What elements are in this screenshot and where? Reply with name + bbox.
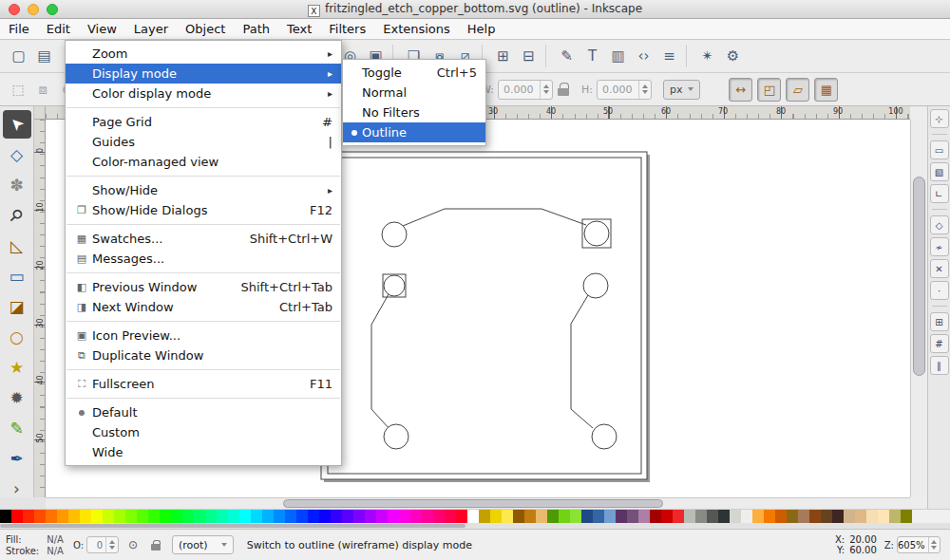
select-all-layers-button[interactable]: ⧈ bbox=[30, 77, 55, 102]
color-swatch[interactable] bbox=[684, 510, 695, 523]
color-swatch[interactable] bbox=[718, 510, 730, 523]
color-swatch[interactable] bbox=[0, 510, 11, 523]
color-swatch[interactable] bbox=[262, 510, 274, 523]
submenu-item-toggle[interactable]: ToggleCtrl+5 bbox=[343, 63, 485, 83]
color-swatch[interactable] bbox=[536, 510, 547, 523]
color-swatch[interactable] bbox=[433, 510, 445, 523]
menu-item-zoom[interactable]: Zoom▸ bbox=[66, 44, 341, 64]
color-swatch[interactable] bbox=[399, 510, 410, 523]
color-swatch[interactable] bbox=[524, 510, 536, 523]
ungroup-button[interactable]: ⊟ bbox=[516, 44, 542, 69]
color-swatch[interactable] bbox=[103, 510, 114, 523]
color-swatch[interactable] bbox=[251, 510, 262, 523]
layer-lock-icon[interactable] bbox=[147, 536, 164, 553]
color-swatch[interactable] bbox=[23, 510, 34, 523]
color-swatch[interactable] bbox=[547, 510, 559, 523]
color-swatch[interactable] bbox=[673, 510, 684, 523]
color-swatch[interactable] bbox=[296, 510, 308, 523]
menu-item-custom[interactable]: Custom bbox=[66, 422, 341, 442]
color-swatch[interactable] bbox=[319, 510, 331, 523]
fill-stroke-indicator[interactable]: Fill: N/A Stroke: N/A bbox=[6, 534, 64, 556]
select-all-button[interactable]: ⬚ bbox=[6, 77, 30, 102]
color-swatch[interactable] bbox=[91, 510, 103, 523]
color-swatch[interactable] bbox=[604, 510, 616, 523]
round-pad[interactable] bbox=[584, 221, 609, 246]
height-stepper[interactable] bbox=[638, 81, 651, 99]
menu-layer[interactable]: Layer bbox=[125, 19, 177, 39]
color-swatch[interactable] bbox=[593, 510, 604, 523]
color-swatch[interactable] bbox=[353, 510, 365, 523]
scale-rect-corners-toggle[interactable]: ◰ bbox=[757, 78, 781, 102]
menu-filters[interactable]: Filters bbox=[320, 19, 374, 39]
move-patterns-toggle[interactable]: ▦ bbox=[814, 78, 838, 102]
palette-scrollbar-thumb[interactable] bbox=[0, 524, 466, 528]
zoom-stepper[interactable] bbox=[928, 537, 940, 552]
selector-tool-button[interactable]: ➤ bbox=[3, 110, 31, 139]
pen-tool-button[interactable]: ✒ bbox=[3, 444, 31, 473]
menu-item-previous-window[interactable]: ◧Previous WindowShift+Ctrl+Tab bbox=[66, 277, 341, 297]
color-swatch[interactable] bbox=[730, 510, 741, 523]
document-properties-button[interactable]: ✴ bbox=[694, 44, 720, 69]
tweak-tool-button[interactable]: ✽ bbox=[3, 171, 31, 199]
submenu-item-normal[interactable]: Normal bbox=[343, 83, 485, 103]
color-swatch[interactable] bbox=[559, 510, 570, 523]
submenu-item-no-filters[interactable]: No Filters bbox=[343, 103, 485, 122]
color-swatch[interactable] bbox=[616, 510, 627, 523]
color-swatch[interactable] bbox=[137, 510, 148, 523]
width-stepper[interactable] bbox=[540, 81, 552, 99]
menu-item-duplicate-window[interactable]: ⧉Duplicate Window bbox=[66, 345, 341, 365]
menu-item-show-hide-dialogs[interactable]: ❐Show/Hide DialogsF12 bbox=[66, 200, 341, 220]
color-swatch[interactable] bbox=[445, 510, 456, 523]
color-swatch[interactable] bbox=[171, 510, 182, 523]
inkscape-preferences-button[interactable]: ⚙ bbox=[720, 44, 746, 69]
menu-text[interactable]: Text bbox=[278, 19, 320, 39]
ellipse-tool-button[interactable]: ○ bbox=[3, 323, 31, 351]
menu-item-messages[interactable]: ▤Messages... bbox=[66, 249, 341, 269]
zoom-control[interactable]: Z: 605% bbox=[884, 536, 940, 553]
color-swatch[interactable] bbox=[342, 510, 353, 523]
color-swatch[interactable] bbox=[46, 510, 57, 523]
new-document-button[interactable]: ▢ bbox=[6, 44, 31, 69]
menu-item-guides[interactable]: Guides| bbox=[66, 132, 341, 152]
opacity-stepper[interactable] bbox=[105, 537, 118, 552]
menu-edit[interactable]: Edit bbox=[38, 19, 79, 39]
color-swatch[interactable] bbox=[274, 510, 285, 523]
align-distribute-dialog-button[interactable]: ≡ bbox=[656, 44, 682, 69]
color-swatch[interactable] bbox=[741, 510, 752, 523]
menu-item-icon-preview[interactable]: ▣Icon Preview... bbox=[66, 326, 341, 345]
color-swatch[interactable] bbox=[365, 510, 376, 523]
menu-item-color-display-mode[interactable]: Color display mode▸ bbox=[66, 84, 341, 103]
vertical-scrollbar[interactable] bbox=[910, 120, 927, 497]
xml-editor-button[interactable]: ‹› bbox=[631, 44, 656, 69]
color-swatch[interactable] bbox=[889, 510, 901, 523]
text-dialog-button[interactable]: T bbox=[580, 44, 605, 69]
color-swatch[interactable] bbox=[638, 510, 650, 523]
color-swatch[interactable] bbox=[661, 510, 673, 523]
snap-midpoints-button[interactable]: · bbox=[930, 281, 949, 300]
snap-bbox-corners-button[interactable]: ∟ bbox=[930, 184, 949, 203]
menu-item-show-hide[interactable]: Show/Hide▸ bbox=[66, 180, 341, 200]
color-swatch[interactable] bbox=[239, 510, 251, 523]
snap-nodes-button[interactable]: ◇ bbox=[930, 215, 949, 234]
color-swatch[interactable] bbox=[148, 510, 160, 523]
round-pad[interactable] bbox=[592, 424, 617, 449]
horizontal-scrollbar[interactable] bbox=[46, 497, 910, 509]
layers-dialog-button[interactable]: ▥ bbox=[605, 44, 631, 69]
round-pad[interactable] bbox=[384, 424, 408, 449]
color-swatch[interactable] bbox=[456, 510, 467, 523]
pencil-tool-button[interactable]: ✎ bbox=[3, 414, 31, 442]
color-swatch[interactable] bbox=[467, 510, 479, 523]
color-swatch[interactable] bbox=[866, 510, 878, 523]
scale-stroke-toggle[interactable]: ↔ bbox=[729, 78, 752, 102]
color-swatch[interactable] bbox=[764, 510, 775, 523]
color-swatch[interactable] bbox=[479, 510, 490, 523]
measure-tool-button[interactable]: ◺ bbox=[3, 232, 31, 260]
color-swatch[interactable] bbox=[34, 510, 46, 523]
color-swatch[interactable] bbox=[68, 510, 80, 523]
zoom-tool-button[interactable]: ⚲ bbox=[3, 201, 31, 230]
group-button[interactable]: ⊞ bbox=[490, 44, 516, 69]
color-swatch[interactable] bbox=[627, 510, 638, 523]
menu-item-fullscreen[interactable]: ⛶FullscreenF11 bbox=[66, 374, 341, 394]
color-swatch[interactable] bbox=[80, 510, 91, 523]
color-swatch[interactable] bbox=[308, 510, 319, 523]
